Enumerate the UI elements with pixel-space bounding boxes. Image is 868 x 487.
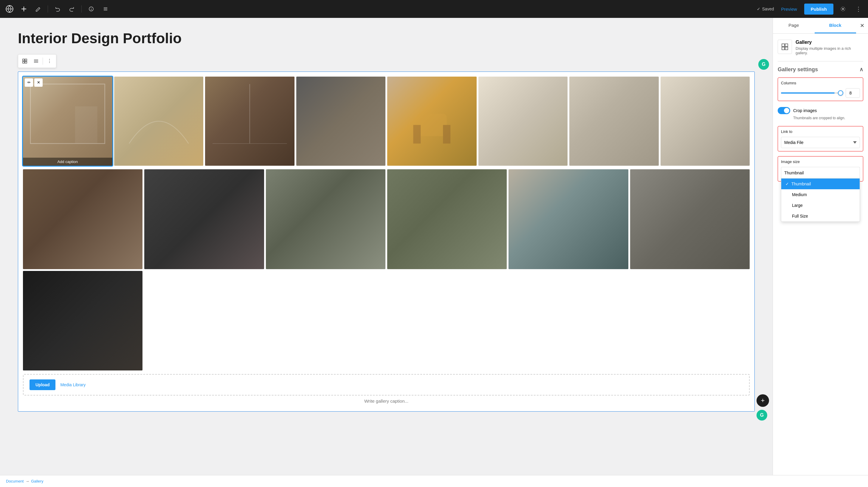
link-to-label: Link to — [781, 129, 860, 134]
gallery-image-1[interactable]: ✏ ✕ Add caption — [23, 77, 113, 166]
gallery-settings-header[interactable]: Gallery settings ∧ — [778, 66, 863, 73]
gallery-image-3[interactable] — [205, 77, 294, 166]
bottom-controls: + G — [756, 394, 769, 421]
gallery-settings-section: Gallery settings ∧ Columns 8 — [778, 66, 863, 182]
grammarly-indicator-top: G — [758, 59, 769, 70]
saved-status: Saved — [757, 6, 774, 11]
svg-rect-20 — [417, 114, 447, 136]
option-fullsize-text: Full Size — [792, 214, 808, 218]
status-bar: Document → Gallery — [0, 475, 868, 487]
crop-images-setting: Crop images Thumbnails are cropped to al… — [778, 107, 863, 120]
panel-body: Gallery Display multiple images in a ric… — [773, 34, 868, 487]
panel-divider-1 — [778, 61, 863, 61]
crop-images-label: Crop images — [793, 108, 817, 113]
image-size-dropdown: Thumbnail ✓ Thumbnail Medium — [781, 167, 860, 178]
gallery-block-toolbar: ⋮ — [18, 54, 56, 68]
more-options-button[interactable]: ⋮ — [852, 3, 864, 15]
option-fullsize[interactable]: Full Size — [781, 211, 860, 221]
svg-rect-24 — [785, 44, 788, 47]
right-panel: Page Block ✕ Gallery Display multiple im… — [773, 18, 868, 487]
panel-block-info: Gallery Display multiple images in a ric… — [778, 40, 863, 55]
crop-sublabel: Thumbnails are cropped to align. — [793, 116, 863, 120]
block-icon — [778, 40, 792, 54]
image-size-setting: Image size Thumbnail ✓ Thumbnail — [778, 156, 863, 182]
grammarly-circle: G — [758, 59, 769, 70]
gallery-caption-input[interactable] — [23, 396, 750, 406]
check-icon: ✓ — [785, 182, 789, 186]
svg-rect-9 — [25, 59, 27, 61]
dropdown-selected[interactable]: Thumbnail — [781, 167, 860, 178]
page-tab[interactable]: Page — [773, 18, 815, 33]
gallery-image-13[interactable] — [508, 169, 628, 269]
add-block-bottom-btn[interactable]: + — [756, 394, 769, 407]
media-library-button[interactable]: Media Library — [60, 383, 86, 387]
gallery-image-4[interactable] — [296, 77, 386, 166]
list-view-btn[interactable] — [99, 3, 112, 15]
list-view-toggle-btn[interactable] — [31, 56, 41, 66]
gallery-image-14[interactable] — [630, 169, 750, 269]
gallery-settings-label: Gallery settings — [778, 66, 818, 73]
gallery-image-8[interactable] — [660, 77, 750, 166]
crop-images-toggle[interactable] — [778, 107, 790, 114]
gallery-view-btn[interactable] — [20, 56, 30, 66]
option-thumbnail-text: Thumbnail — [792, 182, 811, 186]
svg-point-7 — [842, 8, 844, 10]
gallery-grid-row1: ✏ ✕ Add caption — [23, 77, 750, 166]
gallery-image-15[interactable] — [23, 271, 143, 370]
block-more-btn[interactable]: ⋮ — [44, 56, 55, 66]
publish-button[interactable]: Publish — [804, 4, 833, 14]
option-thumbnail[interactable]: ✓ Thumbnail — [781, 179, 860, 189]
edit-mode-btn[interactable] — [32, 3, 44, 15]
svg-rect-23 — [782, 44, 784, 47]
svg-rect-17 — [75, 106, 97, 143]
preview-button[interactable]: Preview — [777, 4, 800, 14]
grammarly-circle-bottom: G — [756, 410, 767, 421]
upload-button[interactable]: Upload — [30, 379, 56, 390]
option-medium[interactable]: Medium — [781, 189, 860, 200]
option-large[interactable]: Large — [781, 200, 860, 211]
undo-btn[interactable] — [52, 3, 63, 15]
redo-btn[interactable] — [66, 3, 78, 15]
gallery-image-2[interactable] — [114, 77, 204, 166]
svg-rect-21 — [413, 125, 421, 143]
block-name: Gallery — [796, 40, 863, 45]
add-block-toolbar-btn[interactable] — [18, 3, 30, 15]
gallery-block: ✏ ✕ Add caption — [18, 71, 755, 412]
columns-input[interactable]: 8 — [846, 88, 860, 98]
toolbar-right: Saved Preview Publish ⋮ — [757, 3, 864, 15]
wp-logo[interactable] — [4, 3, 16, 15]
svg-rect-10 — [23, 61, 25, 63]
page-title: Interior Design Portfolio — [18, 30, 755, 47]
gallery-image-9[interactable] — [23, 169, 143, 269]
panel-close-btn[interactable]: ✕ — [856, 20, 868, 32]
selected-option-text: Thumbnail — [784, 171, 804, 175]
slider-thumb[interactable] — [838, 90, 843, 96]
columns-slider[interactable] — [781, 92, 843, 94]
columns-label: Columns — [781, 81, 860, 85]
gallery-image-7[interactable] — [569, 77, 659, 166]
collapse-icon: ∧ — [859, 66, 863, 73]
gallery-image-6[interactable] — [478, 77, 568, 166]
svg-rect-8 — [23, 59, 25, 61]
top-toolbar: Saved Preview Publish ⋮ — [0, 0, 868, 18]
link-to-setting: Link to Media File Attachment Page None — [778, 126, 863, 151]
slider-fill — [781, 92, 835, 94]
link-to-select[interactable]: Media File Attachment Page None — [781, 137, 860, 148]
svg-rect-11 — [25, 61, 27, 63]
status-document[interactable]: Document — [6, 479, 24, 483]
status-gallery[interactable]: Gallery — [31, 479, 43, 483]
gallery-image-5[interactable] — [387, 77, 476, 166]
editor-area: Interior Design Portfolio ⋮ — [0, 18, 773, 487]
slider-row: 8 — [781, 88, 860, 98]
gallery-image-12[interactable] — [387, 169, 507, 269]
toggle-row: Crop images — [778, 107, 863, 114]
gallery-image-10[interactable] — [144, 169, 264, 269]
block-toolbar-sep — [42, 58, 43, 65]
gallery-image-11[interactable] — [266, 169, 385, 269]
main-layout: Interior Design Portfolio ⋮ — [0, 18, 868, 487]
settings-button[interactable] — [837, 3, 849, 15]
block-info-text: Gallery Display multiple images in a ric… — [796, 40, 863, 55]
block-tab[interactable]: Block — [815, 18, 857, 33]
upload-row: Upload Media Library — [23, 374, 750, 396]
info-btn[interactable] — [85, 3, 97, 15]
